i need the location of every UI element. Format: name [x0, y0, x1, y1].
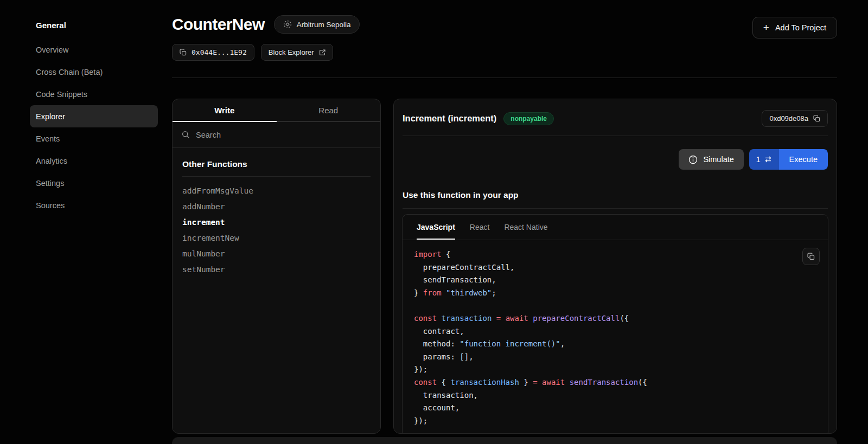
function-group-title: Other Functions: [182, 159, 371, 177]
meta-row: 0x044E...1E92 Block Explorer: [172, 44, 837, 61]
code-block: import { prepareContractCall, sendTransa…: [403, 240, 828, 434]
code-tab-javascript[interactable]: JavaScript: [417, 215, 455, 240]
function-item-addnumber[interactable]: addNumber: [182, 198, 371, 214]
code-token: [565, 378, 569, 387]
title-row: CounterNew Arbitrum Sepolia: [172, 15, 837, 34]
add-to-project-button[interactable]: + Add To Project: [752, 17, 837, 38]
code-line: const transaction = await prepareContrac…: [414, 312, 816, 325]
code-copy-button[interactable]: [802, 248, 820, 265]
code-line: method: "function increment()",: [414, 338, 816, 351]
next-section-edge: [172, 437, 837, 444]
code-card: JavaScriptReactReact Native import { pre…: [402, 214, 828, 434]
contract-address: 0x044E...1E92: [192, 48, 247, 56]
network-chain-icon: [283, 20, 292, 29]
external-link-icon: [319, 49, 326, 56]
mutability-badge: nonpayable: [503, 112, 554, 125]
code-token: transaction,: [414, 391, 478, 400]
code-token: ;: [492, 288, 496, 297]
function-item-incrementnew[interactable]: incrementNew: [182, 230, 371, 246]
code-line: contract,: [414, 325, 816, 338]
page-title: CounterNew: [172, 15, 265, 34]
code-line: const { transactionHash } = await sendTr…: [414, 376, 816, 389]
sidebar-item-sources[interactable]: Sources: [30, 194, 158, 216]
tab-read[interactable]: Read: [277, 99, 381, 121]
code-token: sendTransaction: [570, 378, 638, 387]
header-divider: [172, 78, 837, 78]
code-token: method:: [414, 339, 459, 348]
function-title: Increment (increment): [403, 113, 496, 124]
sidebar-item-events[interactable]: Events: [30, 127, 158, 150]
sidebar-item-code-snippets[interactable]: Code Snippets: [30, 83, 158, 105]
code-token: =: [533, 378, 537, 387]
code-token: {: [437, 378, 450, 387]
code-line: account,: [414, 402, 816, 415]
contract-address-button[interactable]: 0x044E...1E92: [172, 44, 254, 61]
functions-panel: Write Read Other Functions addFromMsgVal…: [172, 99, 381, 434]
sidebar: General OverviewCross Chain (Beta)Code S…: [0, 0, 163, 444]
code-token: }: [414, 288, 423, 297]
network-badge[interactable]: Arbitrum Sepolia: [274, 15, 360, 34]
code-token: [437, 314, 441, 323]
detail-header: Increment (increment) nonpayable 0xd09de…: [394, 99, 837, 136]
code-token: [528, 314, 533, 323]
code-token: [501, 314, 505, 323]
code-token: prepareContractCall,: [414, 263, 514, 272]
tab-write[interactable]: Write: [173, 99, 277, 121]
code-token: "function increment()": [459, 339, 560, 348]
simulate-button[interactable]: Simulate: [679, 149, 743, 170]
sidebar-item-overview[interactable]: Overview: [30, 38, 158, 61]
queue-count: 1: [756, 155, 761, 164]
actions-row: Simulate 1 Execute: [394, 136, 837, 170]
function-item-setnumber[interactable]: setNumber: [182, 261, 371, 277]
execute-button[interactable]: Execute: [779, 149, 828, 170]
code-line: import {: [414, 248, 816, 261]
sidebar-heading: General: [30, 21, 158, 30]
function-items: addFromMsgValueaddNumberincrementincreme…: [182, 183, 371, 277]
code-token: params: [],: [414, 352, 474, 361]
code-line: prepareContractCall,: [414, 261, 816, 274]
search-row: [173, 122, 380, 148]
code-token: sendTransaction,: [414, 275, 496, 284]
code-token: =: [496, 314, 501, 323]
selector-hash-button[interactable]: 0xd09de08a: [762, 110, 828, 127]
copy-icon: [813, 115, 820, 122]
copy-icon: [807, 253, 815, 260]
sidebar-item-cross-chain-beta[interactable]: Cross Chain (Beta): [30, 61, 158, 83]
add-to-project-label: Add To Project: [775, 23, 826, 32]
app-root: General OverviewCross Chain (Beta)Code S…: [0, 0, 868, 444]
info-icon: [688, 155, 698, 164]
block-explorer-button[interactable]: Block Explorer: [261, 44, 333, 61]
function-item-increment[interactable]: increment: [182, 214, 371, 230]
search-input[interactable]: [196, 131, 371, 139]
simulate-label: Simulate: [703, 155, 733, 164]
code-token: [492, 314, 496, 323]
code-token: await: [506, 314, 528, 323]
code-tab-react[interactable]: React: [470, 215, 490, 240]
code-token: ({: [638, 378, 647, 387]
code-token: account,: [414, 403, 459, 412]
plus-icon: +: [763, 22, 769, 33]
code-token: }: [519, 378, 533, 387]
code-token: const: [414, 378, 437, 387]
search-icon: [182, 131, 190, 139]
swap-arrows-icon: [764, 156, 772, 163]
code-token: await: [542, 378, 565, 387]
code-token: transactionHash: [450, 378, 519, 387]
code-tab-react-native[interactable]: React Native: [504, 215, 547, 240]
code-token: [442, 288, 446, 297]
selector-hash: 0xd09de08a: [769, 114, 808, 123]
code-line: });: [414, 415, 816, 428]
code-line: transaction,: [414, 389, 816, 402]
sidebar-item-explorer[interactable]: Explorer: [30, 105, 158, 127]
code-line: params: [],: [414, 351, 816, 364]
code-line: });: [414, 363, 816, 376]
main-header: CounterNew Arbitrum Sepolia + Add To Pro…: [172, 0, 837, 78]
sidebar-item-settings[interactable]: Settings: [30, 172, 158, 194]
queue-count-button[interactable]: 1: [749, 149, 779, 170]
sidebar-item-analytics[interactable]: Analytics: [30, 150, 158, 172]
code-line: } from "thirdweb";: [414, 287, 816, 300]
code-token: contract,: [414, 327, 464, 336]
function-item-mulnumber[interactable]: mulNumber: [182, 246, 371, 261]
function-item-addfrommsgvalue[interactable]: addFromMsgValue: [182, 183, 371, 198]
code-token: transaction: [442, 314, 492, 323]
